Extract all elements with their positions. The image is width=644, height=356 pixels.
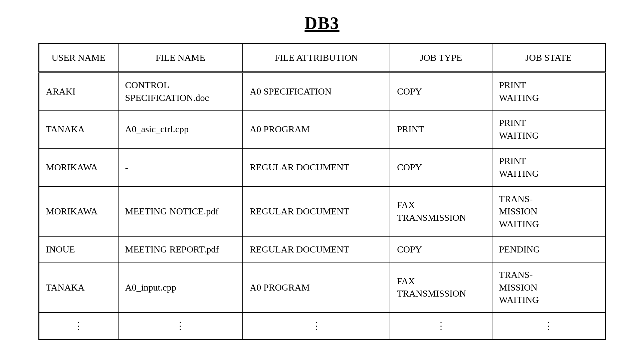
cell-jobtype: FAXTRANSMISSION xyxy=(390,262,492,313)
cell-jobstate: PRINTWAITING xyxy=(492,148,605,186)
cell-username: MORIKAWA xyxy=(39,148,118,186)
cell-attribution: REGULAR DOCUMENT xyxy=(243,186,390,237)
header-jobstate: JOB STATE xyxy=(492,44,605,72)
cell-jobstate: TRANS-MISSIONWAITING xyxy=(492,262,605,313)
table-row: ARAKICONTROLSPECIFICATION.docA0 SPECIFIC… xyxy=(39,72,605,111)
cell-username: MORIKAWA xyxy=(39,186,118,237)
table-row: MORIKAWA-REGULAR DOCUMENTCOPYPRINTWAITIN… xyxy=(39,148,605,186)
table-row: INOUEMEETING REPORT.pdfREGULAR DOCUMENTC… xyxy=(39,237,605,262)
cell-filename: A0_input.cpp xyxy=(118,262,243,313)
cell-attribution: REGULAR DOCUMENT xyxy=(243,148,390,186)
cell-jobstate: PRINTWAITING xyxy=(492,72,605,111)
cell-filename: - xyxy=(118,148,243,186)
table-row: MORIKAWAMEETING NOTICE.pdfREGULAR DOCUME… xyxy=(39,186,605,237)
dots-cell: ⋮ xyxy=(118,313,243,339)
dots-cell: ⋮ xyxy=(39,313,118,339)
cell-filename: MEETING REPORT.pdf xyxy=(118,237,243,262)
cell-filename: CONTROLSPECIFICATION.doc xyxy=(118,72,243,111)
header-filename: FILE NAME xyxy=(118,44,243,72)
cell-attribution: A0 SPECIFICATION xyxy=(243,72,390,111)
header-username: USER NAME xyxy=(39,44,118,72)
cell-attribution: A0 PROGRAM xyxy=(243,262,390,313)
cell-username: TANAKA xyxy=(39,262,118,313)
cell-username: INOUE xyxy=(39,237,118,262)
cell-jobtype: COPY xyxy=(390,72,492,111)
data-table: USER NAME FILE NAME FILE ATTRIBUTION JOB… xyxy=(38,43,606,340)
cell-jobtype: COPY xyxy=(390,237,492,262)
cell-jobstate: PENDING xyxy=(492,237,605,262)
cell-jobstate: TRANS-MISSIONWAITING xyxy=(492,186,605,237)
table-header-row: USER NAME FILE NAME FILE ATTRIBUTION JOB… xyxy=(39,44,605,72)
dots-cell: ⋮ xyxy=(243,313,390,339)
cell-attribution: REGULAR DOCUMENT xyxy=(243,237,390,262)
cell-username: TANAKA xyxy=(39,110,118,148)
dots-cell: ⋮ xyxy=(390,313,492,339)
dots-cell: ⋮ xyxy=(492,313,605,339)
header-jobtype: JOB TYPE xyxy=(390,44,492,72)
cell-filename: MEETING NOTICE.pdf xyxy=(118,186,243,237)
cell-filename: A0_asic_ctrl.cpp xyxy=(118,110,243,148)
cell-jobtype: COPY xyxy=(390,148,492,186)
cell-jobstate: PRINTWAITING xyxy=(492,110,605,148)
cell-attribution: A0 PROGRAM xyxy=(243,110,390,148)
cell-jobtype: FAXTRANSMISSION xyxy=(390,186,492,237)
table-row: TANAKAA0_asic_ctrl.cppA0 PROGRAMPRINTPRI… xyxy=(39,110,605,148)
dots-row: ⋮⋮⋮⋮⋮ xyxy=(39,313,605,339)
cell-username: ARAKI xyxy=(39,72,118,111)
cell-jobtype: PRINT xyxy=(390,110,492,148)
header-attribution: FILE ATTRIBUTION xyxy=(243,44,390,72)
page-title: DB3 xyxy=(38,13,606,33)
page-container: DB3 USER NAME FILE NAME FILE ATTRIBUTION… xyxy=(38,13,606,340)
table-row: TANAKAA0_input.cppA0 PROGRAMFAXTRANSMISS… xyxy=(39,262,605,313)
